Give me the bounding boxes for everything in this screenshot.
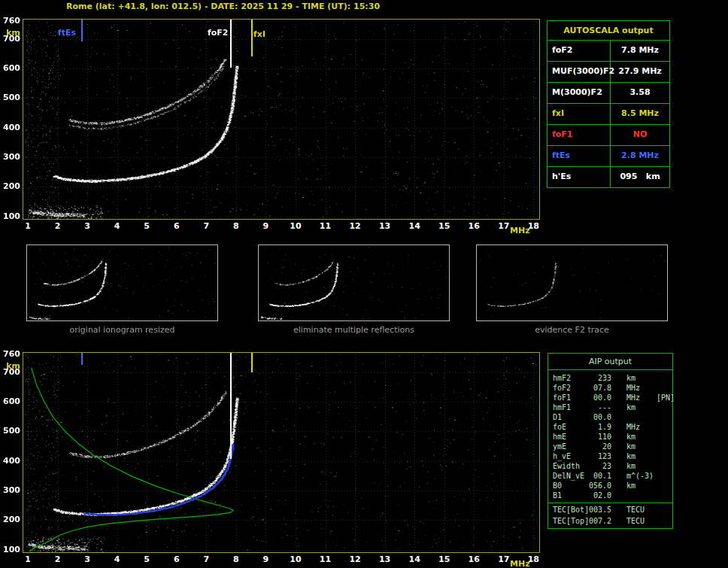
profile-ionogram-y-tick-300: 300 [1,486,20,495]
aip-param-unit: km [611,373,654,383]
aip-param-label: hmF2 [553,373,587,383]
profile-ionogram-y-tick-100: 100 [1,545,20,554]
aip-param-extra [654,461,672,471]
aip-param-extra [654,516,672,526]
autoscala-row-M(3000)F2: M(3000)F23.58 [548,83,669,104]
aip-param-unit [611,491,654,500]
aip-row-hmF2: hmF2233km [548,373,672,383]
autoscala-output-table: AUTOSCALA output foF27.8 MHzMUF(3000)F22… [547,20,670,188]
autoscala-param-label: ftEs [548,146,611,166]
profile-ionogram-y-tick-760: 760 [1,350,20,359]
autoscala-param-label: foF2 [548,41,611,61]
autoscala-param-value: 095 km [611,167,669,187]
thumbnail-caption-1: original ionogram resized [26,325,218,335]
profile-ionogram-x-tick-1: 1 [20,555,36,564]
autoscala-param-value: 2.8 MHz [611,146,669,166]
aip-panel-header: AIP output [548,354,672,370]
autoscala-param-value: NO [611,125,669,145]
foF2-marker-label: foF2 [208,29,229,37]
profile-ionogram-x-tick-3: 3 [79,555,96,564]
aip-param-label: TEC[Bot] [553,505,587,516]
aip-param-label: h_vE [553,451,587,461]
aip-param-extra [654,432,672,442]
main-ionogram-y-tick-600: 600 [1,64,20,73]
aip-param-unit: km [611,481,654,491]
profile-ionogram-x-tick-14: 14 [406,555,423,564]
profile-ionogram-x-tick-9: 9 [257,555,274,564]
aip-param-label: foE [553,422,587,432]
aip-param-extra [654,481,672,491]
aip-param-extra [654,491,672,500]
aip-param-value: 110 [587,432,611,442]
aip-param-value: 07.8 [587,383,611,393]
aip-param-value: 02.0 [587,491,611,500]
main-ionogram-x-tick-11: 11 [317,222,334,231]
aip-param-value: 00.1 [587,471,611,481]
main-ionogram-y-tick-200: 200 [1,182,20,191]
main-ionogram-x-tick-7: 7 [198,222,214,231]
ionogram-main-plot: ftEs foF2 fxI [23,19,540,220]
profile-ionogram-x-tick-15: 15 [436,555,453,564]
profile-ionogram-x-tick-10: 10 [287,555,304,564]
main-ionogram-y-tick-400: 400 [1,123,20,132]
aip-param-extra [654,373,672,383]
autoscala-row-foF1: foF1NO [548,125,669,146]
aip-param-label: hmF1 [553,402,587,412]
autoscala-param-label: M(3000)F2 [548,83,611,103]
main-ionogram-x-tick-3: 3 [79,222,96,231]
aip-row-hmE: hmE110km [548,432,672,442]
aip-param-value: 233 [587,373,611,383]
aip-param-unit: km [611,461,654,471]
aip-param-unit: km [611,432,654,442]
autoscala-row-fxI: fxI8.5 MHz [548,104,669,125]
autoscala-row-foF2: foF27.8 MHz [548,41,669,62]
ionogram-profile-plot [23,352,540,553]
aip-param-extra [654,402,672,412]
main-ionogram-y-tick-760: 760 [1,17,20,26]
aip-param-value: 20 [587,442,611,451]
profile-ionogram-y-tick-500: 500 [1,427,20,436]
profile-ionogram-x-tick-4: 4 [109,555,126,564]
aip-param-extra [654,442,672,451]
autoscala-param-value: 3.58 [611,83,669,103]
processing-thumbnail-canvas-2 [259,245,449,320]
aip-param-label: B1 [553,491,587,500]
profile-ionogram-x-tick-2: 2 [50,555,66,564]
profile-ionogram-y-unit-label: km [1,362,20,371]
aip-param-label: ymE [553,442,587,451]
profile-ionogram-x-tick-12: 12 [347,555,363,564]
aip-param-unit [611,412,654,422]
aip-row-D1: D100.0 [548,412,672,422]
profile-ionogram-x-tick-6: 6 [168,555,185,564]
aip-param-label: D1 [553,412,587,422]
aip-param-unit: km [611,442,654,451]
autoscala-param-label: foF1 [548,125,611,145]
profile-ionogram-y-tick-600: 600 [1,397,20,406]
aip-param-value: 003.5 [587,505,611,516]
profile-ionogram-x-tick-5: 5 [138,555,155,564]
main-ionogram-x-tick-6: 6 [168,222,185,231]
aip-row-foF1: foF100.0MHz[PN] [548,393,672,402]
aip-param-unit: MHz [611,383,654,393]
main-ionogram-y-tick-300: 300 [1,153,20,162]
aip-param-label: B0 [553,481,587,491]
main-ionogram-x-tick-13: 13 [377,222,393,231]
aip-row-Ewidth: Ewidth23km [548,461,672,471]
aip-param-label: foF2 [553,383,587,393]
aip-param-unit: MHz [611,422,654,432]
profile-ionogram-x-tick-7: 7 [198,555,214,564]
aip-param-unit: km [611,402,654,412]
profile-ionogram-y-tick-200: 200 [1,515,20,524]
profile-ionogram-x-unit-label: MHz [510,560,530,568]
autoscala-param-label: fxI [548,104,611,124]
aip-param-unit: MHz [611,393,654,402]
aip-param-unit: km [611,451,654,461]
autoscala-row-MUF(3000)F2: MUF(3000)F227.9 MHz [548,62,669,83]
main-ionogram-x-tick-5: 5 [138,222,155,231]
aip-param-value: 056.0 [587,481,611,491]
fxI-marker-label: fxI [253,30,265,38]
autoscala-window: Rome (lat: +41.8, lon: 012.5) - DATE: 20… [0,0,728,568]
aip-param-label: DelN_vE [553,471,587,481]
profile-ionogram-y-tick-400: 400 [1,457,20,466]
profile-ionogram-x-tick-11: 11 [317,555,334,564]
